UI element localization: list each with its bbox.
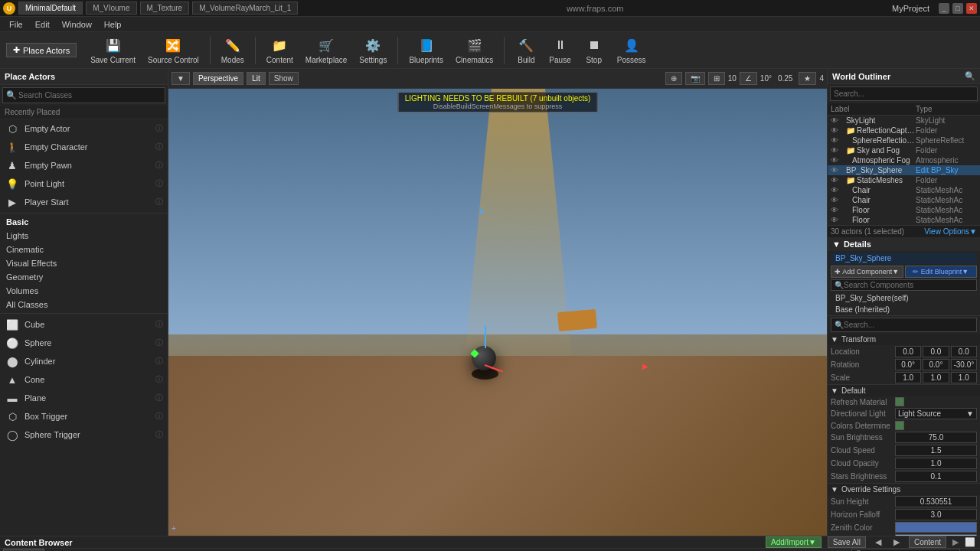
component-bp-sky-sphere[interactable]: BP_Sky_Sphere(self)	[828, 292, 980, 304]
tab-m-texture[interactable]: M_Texture	[140, 2, 190, 15]
outliner-chair-1[interactable]: 👁 Chair StaticMeshAc	[828, 185, 980, 195]
cloud-opacity-value[interactable]: 1.0	[895, 458, 977, 469]
category-basic[interactable]: Basic	[0, 215, 168, 229]
category-lights[interactable]: Lights	[0, 229, 168, 243]
edit-blueprint-button[interactable]: ✏ Edit Blueprint▼	[905, 266, 978, 278]
toolbar-content[interactable]: 📁 Content	[262, 34, 298, 66]
tab-m-vioume[interactable]: M_VIoume	[86, 2, 136, 15]
horizon-color-swatch[interactable]	[895, 534, 977, 536]
viewport-angle-snap[interactable]: ∠	[740, 72, 757, 85]
actor-search-input[interactable]	[18, 91, 162, 99]
scale-y[interactable]: 1.0	[923, 372, 949, 383]
props-search-bar[interactable]: 🔍	[831, 318, 977, 332]
toolbar-settings[interactable]: ⚙️ Settings	[354, 34, 391, 66]
menu-edit[interactable]: Edit	[29, 18, 56, 31]
outliner-search-bar[interactable]	[830, 86, 978, 101]
outliner-sky-fog-folder[interactable]: 👁 📁 Sky and Fog Folder	[828, 145, 980, 155]
zenith-color-swatch[interactable]	[895, 522, 977, 533]
view-options-btn[interactable]: View Options▼	[924, 227, 977, 236]
viewport-lit-btn[interactable]: Lit	[247, 72, 266, 85]
content-nav-btn[interactable]: Content	[909, 536, 946, 548]
scale-x[interactable]: 1.0	[895, 372, 921, 383]
toolbar-save-current[interactable]: 💾 Save Current	[86, 34, 140, 66]
toolbar-pause[interactable]: ⏸ Pause	[544, 34, 575, 66]
actor-plane[interactable]: ▬ Plane ⓘ	[0, 389, 168, 407]
viewport-camera-speed[interactable]: 📷	[685, 72, 705, 85]
nav-forward-btn[interactable]: ▶	[890, 537, 903, 547]
category-geometry[interactable]: Geometry	[0, 270, 168, 284]
cloud-speed-value[interactable]: 1.5	[895, 445, 977, 456]
expand-btn[interactable]: ⬜	[965, 537, 975, 547]
directional-light-dropdown[interactable]: Light Source ▼	[895, 408, 977, 419]
component-search-bar[interactable]: 🔍	[831, 279, 977, 291]
category-all-classes[interactable]: All Classes	[0, 298, 168, 311]
toolbar-possess[interactable]: 👤 Possess	[612, 34, 651, 66]
actor-empty-actor[interactable]: ⬡ Empty Actor ⓘ	[0, 119, 168, 138]
props-search-input[interactable]	[844, 321, 973, 329]
maximize-button[interactable]: □	[952, 3, 963, 14]
component-search-input[interactable]	[844, 281, 973, 289]
outliner-chair-2[interactable]: 👁 Chair StaticMeshAc	[828, 195, 980, 205]
override-settings-header[interactable]: ▼ Override Settings	[828, 484, 980, 495]
colors-determine-checkbox[interactable]	[895, 421, 904, 430]
scale-z[interactable]: 1.0	[951, 372, 977, 383]
viewport-grid-snap[interactable]: ⊞	[708, 72, 725, 85]
toolbar-modes[interactable]: ✏️ Modes	[217, 34, 249, 66]
actor-sphere-trigger[interactable]: ◯ Sphere Trigger ⓘ	[0, 425, 168, 444]
tab-minimal-default[interactable]: MinimalDefault	[18, 2, 83, 15]
viewport-transform-widget[interactable]: ⊕	[665, 72, 682, 85]
outliner-floor-2[interactable]: 👁 Floor StaticMeshAc	[828, 215, 980, 225]
menu-window[interactable]: Window	[56, 18, 98, 31]
category-volumes[interactable]: Volumes	[0, 284, 168, 298]
save-all-button[interactable]: Save All	[828, 536, 866, 548]
menu-file[interactable]: File	[3, 18, 29, 31]
outliner-floor-1[interactable]: 👁 Floor StaticMeshAc	[828, 205, 980, 215]
toolbar-cinematics[interactable]: 🎬 Cinematics	[451, 34, 498, 66]
viewport-show-btn[interactable]: Show	[269, 72, 299, 85]
toolbar-marketplace[interactable]: 🛒 Marketplace	[301, 34, 351, 66]
outliner-sphere-reflection[interactable]: 👁 SphereReflectionCapt... SphereReflect	[828, 135, 980, 145]
toolbar-stop[interactable]: ⏹ Stop	[579, 34, 609, 66]
location-z[interactable]: 0.0	[951, 346, 977, 357]
search-icon[interactable]: 🔍	[965, 71, 975, 81]
actor-empty-pawn[interactable]: ♟ Empty Pawn ⓘ	[0, 156, 168, 174]
category-visual-effects[interactable]: Visual Effects	[0, 256, 168, 270]
default-header[interactable]: ▼ Default	[828, 385, 980, 396]
minimize-button[interactable]: _	[939, 3, 949, 14]
rotation-y[interactable]: 0.0°	[923, 359, 949, 370]
location-y[interactable]: 0.0	[923, 346, 949, 357]
actor-empty-character[interactable]: 🚶 Empty Character ⓘ	[0, 138, 168, 156]
outliner-bp-sky-sphere[interactable]: 👁 BP_Sky_Sphere Edit BP_Sky	[828, 165, 980, 175]
outliner-skylight[interactable]: 👁 SkyLight SkyLight	[828, 116, 980, 126]
viewport-dropdown[interactable]: ▼	[172, 72, 190, 85]
component-base-inherited[interactable]: Base (Inherited)	[828, 304, 980, 315]
rotation-x[interactable]: 0.0°	[895, 359, 921, 370]
outliner-static-meshes-folder[interactable]: 👁 📁 StaticMeshes Folder	[828, 175, 980, 185]
actor-point-light[interactable]: 💡 Point Light ⓘ	[0, 174, 168, 193]
actor-cube[interactable]: ⬜ Cube ⓘ	[0, 315, 168, 334]
toolbar-blueprints[interactable]: 📘 Blueprints	[404, 34, 447, 66]
toolbar-source-control[interactable]: 🔀 Source Control	[143, 34, 204, 66]
actor-cylinder[interactable]: ⬤ Cylinder ⓘ	[0, 352, 168, 370]
refresh-material-checkbox[interactable]	[895, 397, 904, 406]
menu-help[interactable]: Help	[98, 18, 128, 31]
add-component-button[interactable]: ✚ Add Component▼	[831, 266, 903, 278]
horizon-falloff-value[interactable]: 3.0	[895, 509, 977, 520]
toolbar-build[interactable]: 🔨 Build	[511, 34, 541, 66]
sun-height-value[interactable]: 0.530551	[895, 496, 977, 507]
sun-brightness-value[interactable]: 75.0	[895, 432, 977, 443]
viewport-canvas[interactable]: ▲ ▶ LIGHTING NEEDS TO BE REBUILT (7 unbu…	[168, 89, 827, 536]
outliner-reflection-folder[interactable]: 👁 📁 ReflectionCaptureActors Folder	[828, 126, 980, 135]
transform-header[interactable]: ▼ Transform	[828, 334, 980, 345]
viewport-perspective-btn[interactable]: Perspective	[193, 72, 243, 85]
outliner-atmospheric-fog[interactable]: 👁 Atmospheric Fog Atmospheric	[828, 155, 980, 165]
nav-back-btn[interactable]: ◀	[872, 537, 884, 547]
category-cinematic[interactable]: Cinematic	[0, 243, 168, 256]
actor-search-bar[interactable]: 🔍	[2, 87, 165, 103]
rotation-z[interactable]: -30.0°	[951, 359, 977, 370]
add-import-button[interactable]: Add/Import▼	[766, 536, 822, 548]
close-button[interactable]: ✕	[966, 3, 977, 14]
location-x[interactable]: 0.0	[895, 346, 921, 357]
actor-sphere[interactable]: ⚪ Sphere ⓘ	[0, 334, 168, 352]
stars-brightness-value[interactable]: 0.1	[895, 471, 977, 482]
